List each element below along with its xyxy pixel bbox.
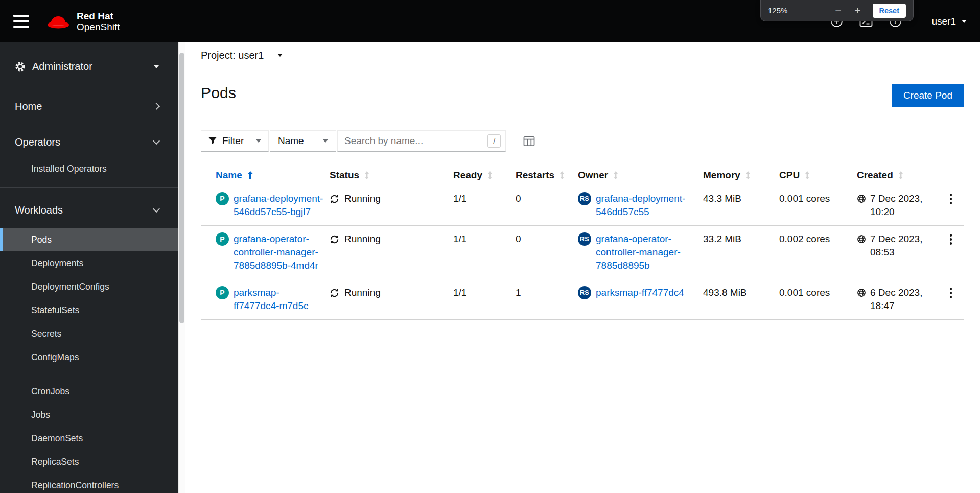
status-cell: Running — [330, 279, 453, 319]
status-text: Running — [344, 192, 381, 205]
zoom-level: 125% — [768, 6, 787, 15]
sidebar-group-workloads-toggle[interactable]: Workloads — [0, 195, 178, 225]
memory-cell: 493.8 MiB — [703, 279, 779, 319]
sidebar-item-installed-operators[interactable]: Installed Operators — [0, 157, 178, 180]
sidebar-item-replicasets[interactable]: ReplicaSets — [0, 450, 178, 474]
toolbar: Filter Name / — [201, 130, 964, 152]
sidebar-group-operators-toggle[interactable]: Operators — [0, 127, 178, 157]
nav-section-divider — [0, 187, 178, 188]
red-hat-fedora-icon — [46, 14, 70, 29]
sidebar-group-workloads: Workloads Pods Deployments DeploymentCon… — [0, 195, 178, 493]
restarts-cell: 1 — [516, 279, 578, 319]
column-header-cpu[interactable]: CPU — [779, 166, 857, 185]
project-selector[interactable]: Project: user1 — [201, 50, 283, 61]
owner-cell: RS grafana-operator-controller-manager-7… — [578, 226, 703, 279]
project-bar: Project: user1 — [185, 42, 980, 68]
filter-dropdown[interactable]: Filter — [201, 130, 269, 152]
create-pod-button[interactable]: Create Pod — [892, 84, 964, 107]
search-box: / — [337, 130, 506, 152]
pod-name-link[interactable]: parksmap-ff7477dc4-m7d5c — [234, 286, 323, 313]
sort-both-icon — [559, 171, 565, 179]
column-header-label: Created — [857, 170, 893, 181]
column-header-label: Memory — [703, 170, 740, 181]
pod-badge-icon: P — [216, 286, 229, 299]
created-cell: 7 Dec 2023, 08:53 — [857, 226, 938, 279]
kebab-menu-button[interactable] — [946, 190, 956, 208]
column-header-label: Owner — [578, 170, 608, 181]
kebab-menu-button[interactable] — [946, 284, 956, 302]
pod-name-link[interactable]: grafana-deployment-546dd57c55-bgjl7 — [234, 192, 323, 219]
kebab-menu-button[interactable] — [946, 230, 956, 249]
browser-zoom-overlay: 125% − + Reset — [760, 0, 914, 21]
search-input[interactable] — [338, 131, 505, 151]
sidebar-item-statefulsets[interactable]: StatefulSets — [0, 298, 178, 322]
sidebar-item-replicationcontrollers[interactable]: ReplicationControllers — [0, 474, 178, 493]
sort-both-icon — [487, 171, 493, 179]
owner-cell: RS grafana-deployment-546dd57c55 — [578, 185, 703, 225]
zoom-in-button[interactable]: + — [850, 5, 866, 16]
owner-link[interactable]: grafana-deployment-546dd57c55 — [596, 192, 697, 219]
sidebar-item-deployments[interactable]: Deployments — [0, 251, 178, 275]
column-header-restarts[interactable]: Restarts — [516, 166, 578, 185]
operators-sublist: Installed Operators — [0, 157, 178, 180]
ready-cell: 1/1 — [453, 226, 516, 279]
scrollbar-thumb[interactable] — [179, 53, 184, 323]
column-header-status[interactable]: Status — [330, 166, 453, 185]
main-content: Project: user1 Pods Create Pod Filter Na… — [185, 42, 980, 493]
created-timestamp: 7 Dec 2023, 08:53 — [870, 232, 931, 259]
zoom-reset-button[interactable]: Reset — [873, 4, 906, 18]
column-header-owner[interactable]: Owner — [578, 166, 703, 185]
hamburger-menu-button[interactable] — [13, 15, 29, 28]
running-status-icon — [330, 288, 339, 298]
column-header-label: Ready — [453, 170, 482, 181]
column-header-ready[interactable]: Ready — [453, 166, 516, 185]
page-header: Pods Create Pod — [185, 68, 980, 107]
user-menu[interactable]: user1 — [931, 16, 967, 27]
column-header-name[interactable]: Name — [201, 166, 330, 185]
restarts-cell: 0 — [516, 185, 578, 225]
column-header-memory[interactable]: Memory — [703, 166, 779, 185]
keyboard-shortcut-hint: / — [487, 134, 501, 148]
perspective-switcher[interactable]: Administrator — [0, 53, 178, 81]
perspective-label: Administrator — [32, 61, 92, 73]
search-attribute-select[interactable]: Name — [270, 130, 336, 152]
pod-name-cell: P parksmap-ff7477dc4-m7d5c — [201, 279, 330, 319]
globe-timestamp-icon — [857, 288, 866, 297]
caret-down-icon — [277, 54, 283, 57]
sort-both-icon — [745, 171, 751, 179]
running-status-icon — [330, 234, 339, 244]
search-attribute-label: Name — [278, 135, 304, 147]
sidebar-item-deploymentconfigs[interactable]: DeploymentConfigs — [0, 275, 178, 298]
zoom-out-button[interactable]: − — [831, 5, 846, 16]
column-header-label: Status — [330, 170, 359, 181]
column-header-created[interactable]: Created — [857, 166, 938, 185]
sidebar-item-configmaps[interactable]: ConfigMaps — [0, 345, 178, 369]
cpu-cell: 0.002 cores — [779, 226, 857, 279]
restarts-cell: 0 — [516, 226, 578, 279]
sidebar-scrollbar[interactable] — [178, 42, 185, 493]
chevron-right-icon — [153, 103, 160, 110]
chevron-down-icon — [153, 205, 160, 212]
filter-funnel-icon — [208, 137, 217, 145]
status-cell: Running — [330, 226, 453, 279]
sidebar-item-pods[interactable]: Pods — [0, 228, 178, 251]
table-header-row: Name Status Ready Restarts — [201, 166, 964, 185]
user-menu-label: user1 — [931, 16, 956, 27]
redhat-openshift-logo[interactable]: Red Hat OpenShift — [46, 11, 120, 32]
sidebar-item-secrets[interactable]: Secrets — [0, 322, 178, 345]
sort-ascending-icon — [247, 171, 253, 179]
column-header-label: Name — [216, 170, 242, 181]
owner-link[interactable]: grafana-operator-controller-manager-7885… — [596, 232, 697, 272]
sidebar-item-cronjobs[interactable]: CronJobs — [0, 380, 178, 403]
sidebar-item-daemonsets[interactable]: DaemonSets — [0, 427, 178, 450]
pod-name-link[interactable]: grafana-operator-controller-manager-7885… — [234, 232, 323, 272]
column-management-button[interactable] — [523, 136, 535, 147]
ready-cell: 1/1 — [453, 279, 516, 319]
status-text: Running — [344, 232, 381, 246]
sidebar-item-home[interactable]: Home — [0, 91, 178, 121]
sidebar-nav: Administrator Home Operators Installed O… — [0, 42, 178, 493]
owner-link[interactable]: parksmap-ff7477dc4 — [596, 286, 684, 299]
brand-line2: OpenShift — [77, 21, 120, 32]
filter-dropdown-label: Filter — [222, 135, 244, 147]
sidebar-item-jobs[interactable]: Jobs — [0, 403, 178, 427]
